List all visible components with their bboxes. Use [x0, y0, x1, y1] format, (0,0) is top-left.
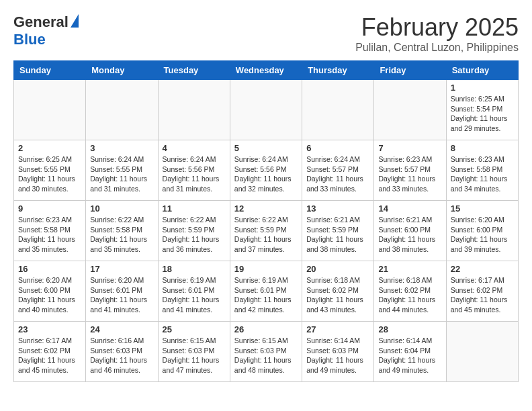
- day-info: Sunrise: 6:23 AM Sunset: 5:57 PM Dayligh…: [378, 154, 441, 194]
- day-info: Sunrise: 6:24 AM Sunset: 5:57 PM Dayligh…: [306, 154, 369, 194]
- calendar-header-tuesday: Tuesday: [158, 61, 230, 80]
- day-info: Sunrise: 6:22 AM Sunset: 5:59 PM Dayligh…: [234, 215, 298, 255]
- logo-general-text: General: [13, 13, 69, 31]
- day-number: 17: [90, 264, 153, 274]
- day-number: 12: [234, 203, 298, 214]
- calendar-cell: 17Sunrise: 6:20 AM Sunset: 6:01 PM Dayli…: [86, 261, 158, 322]
- calendar-week-row: 2Sunrise: 6:25 AM Sunset: 5:55 PM Daylig…: [14, 140, 519, 201]
- day-number: 22: [451, 264, 514, 274]
- calendar-cell: [446, 322, 518, 382]
- day-number: 25: [163, 324, 226, 334]
- day-info: Sunrise: 6:21 AM Sunset: 5:59 PM Dayligh…: [306, 215, 369, 255]
- day-info: Sunrise: 6:24 AM Sunset: 5:55 PM Dayligh…: [90, 154, 153, 194]
- day-number: 7: [378, 143, 441, 153]
- day-number: 9: [18, 203, 81, 214]
- calendar-header-wednesday: Wednesday: [230, 61, 302, 80]
- calendar-cell: 24Sunrise: 6:16 AM Sunset: 6:03 PM Dayli…: [86, 322, 158, 382]
- day-number: 16: [18, 264, 81, 274]
- day-info: Sunrise: 6:22 AM Sunset: 5:59 PM Dayligh…: [163, 215, 226, 255]
- calendar-cell: 22Sunrise: 6:17 AM Sunset: 6:02 PM Dayli…: [446, 261, 518, 322]
- calendar-week-row: 9Sunrise: 6:23 AM Sunset: 5:58 PM Daylig…: [14, 201, 519, 261]
- day-info: Sunrise: 6:17 AM Sunset: 6:02 PM Dayligh…: [18, 336, 81, 375]
- calendar-header-saturday: Saturday: [446, 61, 518, 80]
- day-number: 13: [306, 203, 369, 214]
- calendar-cell: 11Sunrise: 6:22 AM Sunset: 5:59 PM Dayli…: [158, 201, 230, 261]
- day-info: Sunrise: 6:22 AM Sunset: 5:58 PM Dayligh…: [90, 215, 153, 255]
- calendar-cell: [14, 80, 86, 140]
- title-section: February 2025 Pulilan, Central Luzon, Ph…: [355, 13, 519, 54]
- location: Pulilan, Central Luzon, Philippines: [355, 42, 519, 54]
- day-number: 28: [378, 324, 441, 334]
- calendar-cell: [374, 80, 446, 140]
- day-number: 26: [234, 324, 298, 334]
- day-number: 10: [90, 203, 153, 214]
- calendar-cell: [302, 80, 374, 140]
- day-number: 6: [306, 143, 369, 153]
- calendar-cell: 16Sunrise: 6:20 AM Sunset: 6:00 PM Dayli…: [14, 261, 86, 322]
- day-number: 20: [306, 264, 369, 274]
- calendar-cell: 2Sunrise: 6:25 AM Sunset: 5:55 PM Daylig…: [14, 140, 86, 201]
- day-info: Sunrise: 6:15 AM Sunset: 6:03 PM Dayligh…: [234, 336, 298, 375]
- calendar-cell: 20Sunrise: 6:18 AM Sunset: 6:02 PM Dayli…: [302, 261, 374, 322]
- day-number: 15: [451, 203, 514, 214]
- calendar-cell: 4Sunrise: 6:24 AM Sunset: 5:56 PM Daylig…: [158, 140, 230, 201]
- calendar-cell: 12Sunrise: 6:22 AM Sunset: 5:59 PM Dayli…: [230, 201, 302, 261]
- day-info: Sunrise: 6:24 AM Sunset: 5:56 PM Dayligh…: [163, 154, 226, 194]
- day-info: Sunrise: 6:25 AM Sunset: 5:55 PM Dayligh…: [18, 154, 81, 194]
- day-number: 1: [451, 83, 514, 93]
- calendar-cell: 26Sunrise: 6:15 AM Sunset: 6:03 PM Dayli…: [230, 322, 302, 382]
- day-number: 11: [163, 203, 226, 214]
- calendar-header-monday: Monday: [86, 61, 158, 80]
- calendar-cell: 1Sunrise: 6:25 AM Sunset: 5:54 PM Daylig…: [446, 80, 518, 140]
- calendar-cell: 5Sunrise: 6:24 AM Sunset: 5:56 PM Daylig…: [230, 140, 302, 201]
- day-info: Sunrise: 6:16 AM Sunset: 6:03 PM Dayligh…: [90, 336, 153, 375]
- day-info: Sunrise: 6:23 AM Sunset: 5:58 PM Dayligh…: [18, 215, 81, 255]
- calendar-header-thursday: Thursday: [302, 61, 374, 80]
- calendar-cell: 21Sunrise: 6:18 AM Sunset: 6:02 PM Dayli…: [374, 261, 446, 322]
- day-info: Sunrise: 6:15 AM Sunset: 6:03 PM Dayligh…: [163, 336, 226, 375]
- calendar-cell: 7Sunrise: 6:23 AM Sunset: 5:57 PM Daylig…: [374, 140, 446, 201]
- day-number: 21: [378, 264, 441, 274]
- day-number: 4: [163, 143, 226, 153]
- day-info: Sunrise: 6:19 AM Sunset: 6:01 PM Dayligh…: [234, 275, 298, 315]
- calendar-cell: [230, 80, 302, 140]
- day-number: 19: [234, 264, 298, 274]
- day-number: 2: [18, 143, 81, 153]
- calendar-cell: 15Sunrise: 6:20 AM Sunset: 6:00 PM Dayli…: [446, 201, 518, 261]
- logo-triangle-icon: [71, 14, 79, 28]
- day-info: Sunrise: 6:20 AM Sunset: 6:00 PM Dayligh…: [18, 275, 81, 315]
- calendar-table: SundayMondayTuesdayWednesdayThursdayFrid…: [13, 60, 519, 382]
- calendar-header-friday: Friday: [374, 61, 446, 80]
- calendar-header-sunday: Sunday: [14, 61, 86, 80]
- day-info: Sunrise: 6:18 AM Sunset: 6:02 PM Dayligh…: [306, 275, 369, 315]
- calendar-cell: 6Sunrise: 6:24 AM Sunset: 5:57 PM Daylig…: [302, 140, 374, 201]
- day-number: 14: [378, 203, 441, 214]
- calendar-cell: 18Sunrise: 6:19 AM Sunset: 6:01 PM Dayli…: [158, 261, 230, 322]
- calendar-cell: 25Sunrise: 6:15 AM Sunset: 6:03 PM Dayli…: [158, 322, 230, 382]
- day-number: 5: [234, 143, 298, 153]
- day-info: Sunrise: 6:14 AM Sunset: 6:03 PM Dayligh…: [306, 336, 369, 375]
- day-info: Sunrise: 6:20 AM Sunset: 6:00 PM Dayligh…: [451, 215, 514, 255]
- calendar-cell: 23Sunrise: 6:17 AM Sunset: 6:02 PM Dayli…: [14, 322, 86, 382]
- calendar-cell: 28Sunrise: 6:14 AM Sunset: 6:04 PM Dayli…: [374, 322, 446, 382]
- calendar-header-row: SundayMondayTuesdayWednesdayThursdayFrid…: [14, 61, 519, 80]
- calendar-cell: 14Sunrise: 6:21 AM Sunset: 6:00 PM Dayli…: [374, 201, 446, 261]
- calendar-cell: 9Sunrise: 6:23 AM Sunset: 5:58 PM Daylig…: [14, 201, 86, 261]
- day-number: 23: [18, 324, 81, 334]
- calendar-cell: 13Sunrise: 6:21 AM Sunset: 5:59 PM Dayli…: [302, 201, 374, 261]
- day-number: 27: [306, 324, 369, 334]
- day-info: Sunrise: 6:19 AM Sunset: 6:01 PM Dayligh…: [163, 275, 226, 315]
- logo-blue-text: Blue: [13, 31, 46, 48]
- logo: General Blue: [13, 13, 79, 48]
- calendar-cell: [86, 80, 158, 140]
- calendar-week-row: 16Sunrise: 6:20 AM Sunset: 6:00 PM Dayli…: [14, 261, 519, 322]
- month-title: February 2025: [355, 13, 519, 42]
- calendar-week-row: 1Sunrise: 6:25 AM Sunset: 5:54 PM Daylig…: [14, 80, 519, 140]
- day-info: Sunrise: 6:21 AM Sunset: 6:00 PM Dayligh…: [378, 215, 441, 255]
- calendar-cell: 3Sunrise: 6:24 AM Sunset: 5:55 PM Daylig…: [86, 140, 158, 201]
- day-info: Sunrise: 6:23 AM Sunset: 5:58 PM Dayligh…: [451, 154, 514, 194]
- day-info: Sunrise: 6:14 AM Sunset: 6:04 PM Dayligh…: [378, 336, 441, 375]
- day-info: Sunrise: 6:20 AM Sunset: 6:01 PM Dayligh…: [90, 275, 153, 315]
- day-number: 8: [451, 143, 514, 153]
- day-number: 3: [90, 143, 153, 153]
